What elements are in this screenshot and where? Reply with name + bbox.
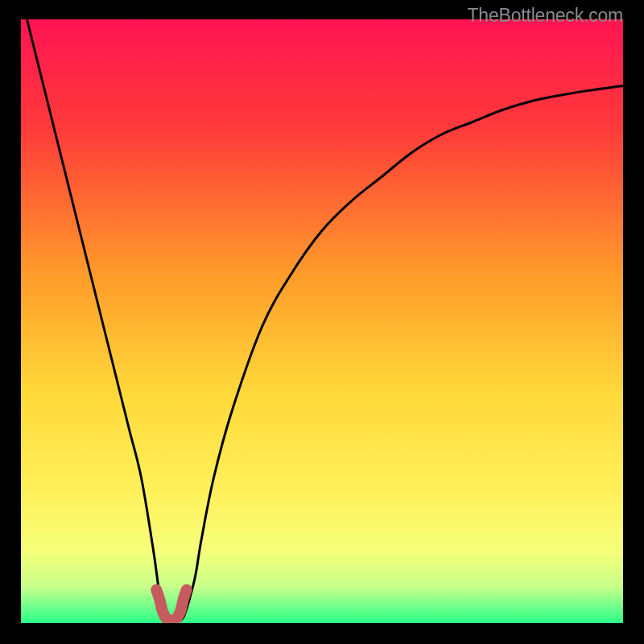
gradient-background (21, 19, 623, 623)
chart-svg (21, 19, 623, 623)
chart-frame (21, 19, 623, 623)
watermark-text: TheBottleneck.com (468, 5, 623, 27)
